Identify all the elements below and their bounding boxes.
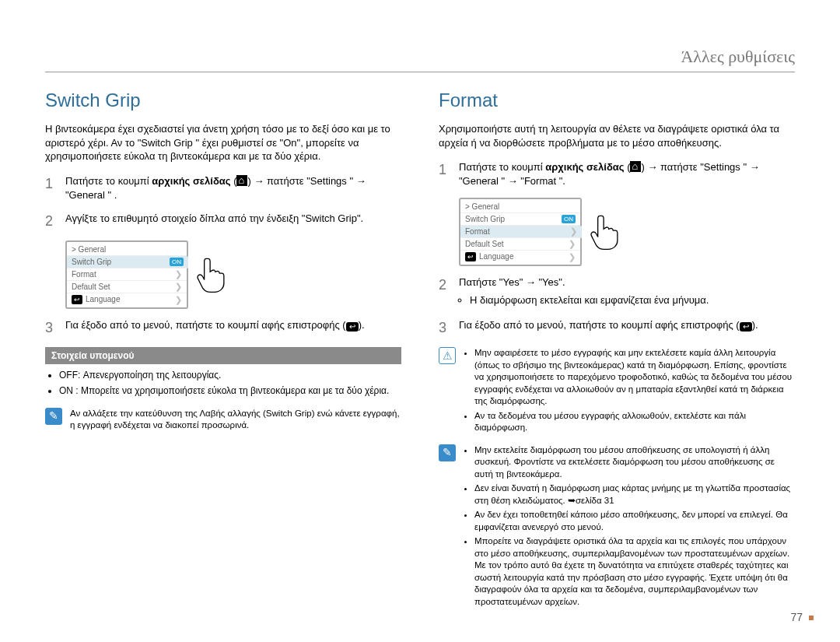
warning-box: ⚠ Μην αφαιρέσετε το μέσο εγγραφής και μη… <box>439 347 795 437</box>
submenu-list: OFF: Απενεργοποίηση της λειτουργίας. ΟΝ … <box>45 369 401 396</box>
breadcrumb-text: > General <box>465 202 499 211</box>
device-screen-mock: > General Switch Grip ON Format ❯ Defaul… <box>65 240 401 309</box>
screen: > General Switch Grip ON Format ❯ Defaul… <box>459 198 582 266</box>
step-body: Πατήστε "Yes" → "Yes". Η διαμόρφωση εκτε… <box>459 275 795 308</box>
device-screen-mock: > General Switch Grip ON Format ❯ Defaul… <box>459 198 795 266</box>
step-1: 1 Πατήστε το κουμπί αρχικής σελίδας () →… <box>439 160 795 188</box>
section-title-format: Format <box>439 89 795 111</box>
page: Άλλες ρυθμίσεις Switch Grip Η βιντεοκάμε… <box>0 0 840 633</box>
row-label: Switch Grip <box>465 215 505 223</box>
intro-text: Η βιντεοκάμερα έχει σχεδιαστεί για άνετη… <box>45 122 401 163</box>
step-2: 2 Αγγίξτε το επιθυμητό στοιχείο δίπλα απ… <box>45 212 401 231</box>
screen-breadcrumb: > General <box>67 244 187 256</box>
step-number: 2 <box>439 275 450 308</box>
return-icon <box>346 322 359 332</box>
menu-row-language: ↩Language ❯ <box>67 293 187 306</box>
page-number: 77 <box>790 611 803 623</box>
home-icon <box>236 175 247 186</box>
note-item: Αν δεν έχει τοποθετηθεί κάποιο μέσο αποθ… <box>474 509 795 533</box>
step-2: 2 Πατήστε "Yes" → "Yes". Η διαμόρφωση εκ… <box>439 275 795 308</box>
back-icon: ↩ <box>72 295 82 304</box>
steps-list: 1 Πατήστε το κουμπί αρχικής σελίδας () →… <box>45 174 401 232</box>
home-icon <box>630 161 641 172</box>
divider <box>45 72 795 72</box>
back-icon: ↩ <box>465 252 476 261</box>
step-body: Αγγίξτε το επιθυμητό στοιχείο δίπλα από … <box>65 212 401 231</box>
hand-pointer-icon <box>191 253 232 296</box>
info-icon: ✎ <box>439 444 456 461</box>
note-body: Μην εκτελείτε διαμόρφωση του μέσου αποθή… <box>464 444 795 611</box>
note-item: Δεν είναι δυνατή η διαμόρφωση μιας κάρτα… <box>474 482 795 507</box>
menu-row-format: Format ❯ <box>67 268 187 281</box>
step-number: 3 <box>439 318 450 338</box>
step-3: 3 Για έξοδο από το μενού, πατήστε το κου… <box>439 318 795 338</box>
row-text: Language <box>86 295 121 303</box>
note-text: Αν αλλάξετε την κατεύθυνση της Λαβής αλλ… <box>70 408 401 432</box>
steps-list: 1 Πατήστε το κουμπί αρχικής σελίδας () →… <box>439 160 795 188</box>
note-item: Μην εκτελείτε διαμόρφωση του μέσου αποθή… <box>474 444 795 481</box>
step-body: Για έξοδο από το μενού, πατήστε το κουμπ… <box>65 318 401 338</box>
menu-row-language: ↩Language ❯ <box>460 251 580 263</box>
chevron-right-icon: ❯ <box>175 295 182 305</box>
submenu-item: OFF: Απενεργοποίηση της λειτουργίας. <box>59 369 401 381</box>
chevron-right-icon: ❯ <box>569 239 576 249</box>
info-icon: ✎ <box>45 408 62 425</box>
warning-body: Μην αφαιρέσετε το μέσο εγγραφής και μην … <box>464 347 795 437</box>
menu-row-switch-grip: Switch Grip ON <box>460 213 580 226</box>
step-body: Πατήστε το κουμπί αρχικής σελίδας () → π… <box>459 160 795 188</box>
note-box: ✎ Μην εκτελείτε διαμόρφωση του μέσου απο… <box>439 444 795 611</box>
row-text: Language <box>479 252 514 261</box>
step-1: 1 Πατήστε το κουμπί αρχικής σελίδας () →… <box>45 174 401 202</box>
right-column: Format Χρησιμοποιήστε αυτή τη λειτουργία… <box>439 89 795 618</box>
warning-item: Μην αφαιρέσετε το μέσο εγγραφής και μην … <box>474 347 795 408</box>
submenu-item: ΟΝ : Μπορείτε να χρησιμοποιήσετε εύκολα … <box>59 384 401 397</box>
step-body: Πατήστε το κουμπί αρχικής σελίδας () → π… <box>65 174 401 202</box>
step-number: 3 <box>45 318 56 338</box>
steps-list-cont: 3 Για έξοδο από το μενού, πατήστε το κου… <box>45 318 401 338</box>
menu-row-default-set: Default Set ❯ <box>67 281 187 293</box>
step-number: 1 <box>45 174 56 202</box>
row-label: Format <box>465 227 490 236</box>
warning-item: Αν τα δεδομένα του μέσου εγγραφής αλλοιω… <box>474 410 795 434</box>
step-text: Πατήστε "Yes" → "Yes". <box>459 276 565 288</box>
section-title-switch-grip: Switch Grip <box>45 89 401 111</box>
note-item: Μπορείτε να διαγράψετε οριστικά όλα τα α… <box>474 535 795 608</box>
chevron-right-icon: ❯ <box>175 282 182 292</box>
submenu-heading: Στοιχεία υπομενού <box>45 347 401 364</box>
left-column: Switch Grip Η βιντεοκάμερα έχει σχεδιαστ… <box>45 89 401 618</box>
steps-list-cont: 2 Πατήστε "Yes" → "Yes". Η διαμόρφωση εκ… <box>439 275 795 338</box>
warning-icon: ⚠ <box>439 347 456 364</box>
row-label: ↩Language <box>72 295 121 304</box>
step-number: 1 <box>439 160 450 188</box>
step-number: 2 <box>45 212 56 231</box>
screen-breadcrumb: > General <box>460 201 580 213</box>
row-label: Switch Grip <box>72 258 111 266</box>
row-label: Default Set <box>465 240 503 248</box>
screen: > General Switch Grip ON Format ❯ Defaul… <box>65 240 188 309</box>
step-sub: Η διαμόρφωση εκτελείται και εμφανίζεται … <box>470 293 795 307</box>
return-icon <box>740 322 752 332</box>
note-box: ✎ Αν αλλάξετε την κατεύθυνση της Λαβής α… <box>45 408 401 432</box>
row-label: ↩Language <box>465 252 514 261</box>
chevron-right-icon: ❯ <box>175 269 182 279</box>
hand-pointer-icon <box>585 210 625 254</box>
on-badge: ON <box>562 215 576 223</box>
row-label: Format <box>72 270 96 279</box>
menu-row-switch-grip: Switch Grip ON <box>67 256 188 268</box>
step-body: Για έξοδο από το μενού, πατήστε το κουμπ… <box>459 318 795 338</box>
chevron-right-icon: ❯ <box>569 252 576 262</box>
step-3: 3 Για έξοδο από το μενού, πατήστε το κου… <box>45 318 401 338</box>
on-badge: ON <box>170 258 184 266</box>
breadcrumb-text: > General <box>72 245 106 254</box>
menu-row-default-set: Default Set ❯ <box>460 238 580 251</box>
row-label: Default Set <box>72 282 110 291</box>
chapter-title: Άλλες ρυθμίσεις <box>45 47 795 67</box>
intro-text: Χρησιμοποιήστε αυτή τη λειτουργία αν θέλ… <box>439 122 795 149</box>
chevron-right-icon: ❯ <box>570 226 577 237</box>
menu-row-format: Format ❯ <box>460 226 582 238</box>
two-column-layout: Switch Grip Η βιντεοκάμερα έχει σχεδιαστ… <box>45 89 795 618</box>
